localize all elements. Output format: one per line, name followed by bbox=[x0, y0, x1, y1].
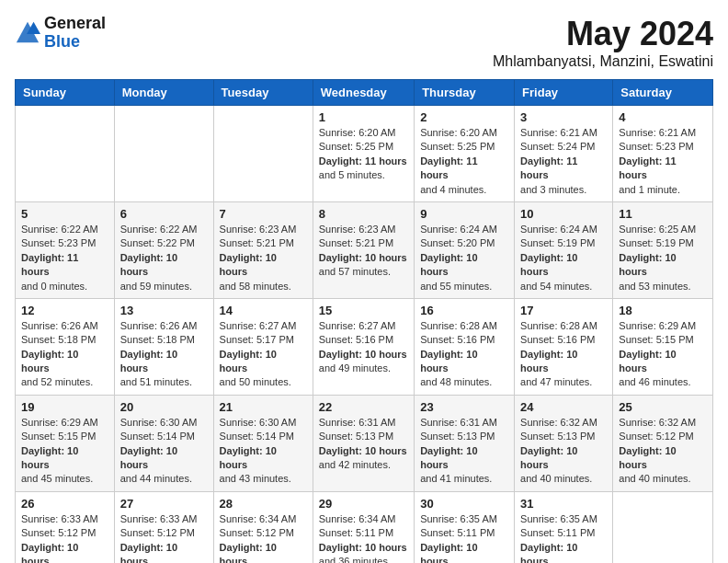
header-sunday: Sunday bbox=[16, 80, 115, 106]
day-cell: 16Sunrise: 6:28 AMSunset: 5:16 PMDayligh… bbox=[415, 298, 515, 395]
header-tuesday: Tuesday bbox=[213, 80, 313, 106]
day-number: 8 bbox=[319, 207, 408, 221]
title-block: May 2024 Mhlambanyatsi, Manzini, Eswatin… bbox=[493, 15, 713, 70]
day-info: Sunrise: 6:34 AMSunset: 5:12 PMDaylight:… bbox=[220, 512, 307, 563]
day-number: 21 bbox=[220, 400, 307, 414]
day-cell: 23Sunrise: 6:31 AMSunset: 5:13 PMDayligh… bbox=[415, 395, 515, 491]
page-header: General Blue May 2024 Mhlambanyatsi, Man… bbox=[15, 15, 713, 70]
header-saturday: Saturday bbox=[613, 80, 713, 106]
day-number: 15 bbox=[319, 304, 408, 317]
day-number: 20 bbox=[120, 400, 208, 414]
day-number: 24 bbox=[520, 400, 607, 414]
day-cell: 8Sunrise: 6:23 AMSunset: 5:21 PMDaylight… bbox=[313, 201, 414, 298]
calendar-header-row: SundayMondayTuesdayWednesdayThursdayFrid… bbox=[16, 80, 713, 106]
day-number: 29 bbox=[319, 497, 408, 511]
day-info: Sunrise: 6:33 AMSunset: 5:12 PMDaylight:… bbox=[120, 512, 208, 563]
day-info: Sunrise: 6:22 AMSunset: 5:22 PMDaylight:… bbox=[120, 223, 208, 293]
day-cell: 17Sunrise: 6:28 AMSunset: 5:16 PMDayligh… bbox=[515, 298, 613, 395]
day-cell: 13Sunrise: 6:26 AMSunset: 5:18 PMDayligh… bbox=[114, 298, 213, 395]
day-number: 19 bbox=[21, 400, 108, 414]
day-number: 3 bbox=[520, 110, 607, 124]
day-info: Sunrise: 6:26 AMSunset: 5:18 PMDaylight:… bbox=[21, 319, 108, 390]
day-cell: 19Sunrise: 6:29 AMSunset: 5:15 PMDayligh… bbox=[16, 395, 115, 491]
day-info: Sunrise: 6:24 AMSunset: 5:19 PMDaylight:… bbox=[520, 223, 607, 293]
day-number: 7 bbox=[220, 207, 307, 221]
day-info: Sunrise: 6:30 AMSunset: 5:14 PMDaylight:… bbox=[220, 416, 307, 487]
week-row-1: 1Sunrise: 6:20 AMSunset: 5:25 PMDaylight… bbox=[16, 106, 713, 202]
day-cell: 26Sunrise: 6:33 AMSunset: 5:12 PMDayligh… bbox=[16, 491, 115, 563]
day-cell: 6Sunrise: 6:22 AMSunset: 5:22 PMDaylight… bbox=[114, 201, 213, 298]
day-cell: 31Sunrise: 6:35 AMSunset: 5:11 PMDayligh… bbox=[515, 491, 613, 563]
week-row-4: 19Sunrise: 6:29 AMSunset: 5:15 PMDayligh… bbox=[16, 395, 713, 491]
location-title: Mhlambanyatsi, Manzini, Eswatini bbox=[493, 53, 713, 70]
day-cell: 10Sunrise: 6:24 AMSunset: 5:19 PMDayligh… bbox=[515, 201, 613, 298]
day-info: Sunrise: 6:32 AMSunset: 5:12 PMDaylight:… bbox=[619, 416, 707, 487]
day-number: 27 bbox=[120, 497, 208, 511]
day-cell bbox=[613, 491, 713, 563]
day-cell: 18Sunrise: 6:29 AMSunset: 5:15 PMDayligh… bbox=[613, 298, 713, 395]
day-cell: 3Sunrise: 6:21 AMSunset: 5:24 PMDaylight… bbox=[515, 106, 613, 202]
day-number: 26 bbox=[21, 497, 108, 511]
day-info: Sunrise: 6:21 AMSunset: 5:23 PMDaylight:… bbox=[619, 126, 707, 197]
day-info: Sunrise: 6:35 AMSunset: 5:11 PMDaylight:… bbox=[420, 512, 508, 563]
day-cell: 27Sunrise: 6:33 AMSunset: 5:12 PMDayligh… bbox=[114, 491, 213, 563]
day-info: Sunrise: 6:29 AMSunset: 5:15 PMDaylight:… bbox=[619, 319, 707, 390]
day-cell: 22Sunrise: 6:31 AMSunset: 5:13 PMDayligh… bbox=[313, 395, 414, 491]
day-info: Sunrise: 6:22 AMSunset: 5:23 PMDaylight:… bbox=[21, 223, 108, 293]
day-cell: 29Sunrise: 6:34 AMSunset: 5:11 PMDayligh… bbox=[313, 491, 414, 563]
day-cell: 1Sunrise: 6:20 AMSunset: 5:25 PMDaylight… bbox=[313, 106, 414, 202]
day-info: Sunrise: 6:23 AMSunset: 5:21 PMDaylight:… bbox=[220, 223, 307, 293]
day-cell bbox=[213, 106, 313, 202]
day-info: Sunrise: 6:35 AMSunset: 5:11 PMDaylight:… bbox=[520, 512, 607, 563]
week-row-3: 12Sunrise: 6:26 AMSunset: 5:18 PMDayligh… bbox=[16, 298, 713, 395]
week-row-5: 26Sunrise: 6:33 AMSunset: 5:12 PMDayligh… bbox=[16, 491, 713, 563]
day-info: Sunrise: 6:20 AMSunset: 5:25 PMDaylight:… bbox=[319, 126, 408, 183]
day-number: 16 bbox=[420, 304, 508, 317]
logo: General Blue bbox=[15, 15, 106, 52]
day-info: Sunrise: 6:28 AMSunset: 5:16 PMDaylight:… bbox=[520, 319, 607, 390]
logo-general: General bbox=[44, 15, 106, 33]
day-number: 1 bbox=[319, 110, 408, 124]
day-number: 2 bbox=[420, 110, 508, 124]
day-number: 13 bbox=[120, 304, 208, 317]
day-cell: 21Sunrise: 6:30 AMSunset: 5:14 PMDayligh… bbox=[213, 395, 313, 491]
day-cell: 9Sunrise: 6:24 AMSunset: 5:20 PMDaylight… bbox=[415, 201, 515, 298]
day-number: 5 bbox=[21, 207, 108, 221]
day-info: Sunrise: 6:26 AMSunset: 5:18 PMDaylight:… bbox=[120, 319, 208, 390]
day-info: Sunrise: 6:34 AMSunset: 5:11 PMDaylight:… bbox=[319, 512, 408, 563]
day-number: 11 bbox=[619, 207, 707, 221]
day-info: Sunrise: 6:32 AMSunset: 5:13 PMDaylight:… bbox=[520, 416, 607, 487]
day-number: 10 bbox=[520, 207, 607, 221]
day-cell: 5Sunrise: 6:22 AMSunset: 5:23 PMDaylight… bbox=[16, 201, 115, 298]
day-number: 6 bbox=[120, 207, 208, 221]
day-cell: 2Sunrise: 6:20 AMSunset: 5:25 PMDaylight… bbox=[415, 106, 515, 202]
day-number: 22 bbox=[319, 400, 408, 414]
day-cell: 4Sunrise: 6:21 AMSunset: 5:23 PMDaylight… bbox=[613, 106, 713, 202]
day-info: Sunrise: 6:23 AMSunset: 5:21 PMDaylight:… bbox=[319, 223, 408, 280]
day-number: 31 bbox=[520, 497, 607, 511]
day-info: Sunrise: 6:25 AMSunset: 5:19 PMDaylight:… bbox=[619, 223, 707, 293]
day-info: Sunrise: 6:31 AMSunset: 5:13 PMDaylight:… bbox=[420, 416, 508, 487]
day-info: Sunrise: 6:31 AMSunset: 5:13 PMDaylight:… bbox=[319, 416, 408, 473]
day-number: 25 bbox=[619, 400, 707, 414]
day-info: Sunrise: 6:28 AMSunset: 5:16 PMDaylight:… bbox=[420, 319, 508, 390]
header-monday: Monday bbox=[114, 80, 213, 106]
header-wednesday: Wednesday bbox=[313, 80, 414, 106]
day-info: Sunrise: 6:27 AMSunset: 5:16 PMDaylight:… bbox=[319, 319, 408, 376]
day-number: 23 bbox=[420, 400, 508, 414]
day-cell: 7Sunrise: 6:23 AMSunset: 5:21 PMDaylight… bbox=[213, 201, 313, 298]
week-row-2: 5Sunrise: 6:22 AMSunset: 5:23 PMDaylight… bbox=[16, 201, 713, 298]
day-number: 30 bbox=[420, 497, 508, 511]
day-cell: 30Sunrise: 6:35 AMSunset: 5:11 PMDayligh… bbox=[415, 491, 515, 563]
day-info: Sunrise: 6:20 AMSunset: 5:25 PMDaylight:… bbox=[420, 126, 508, 197]
day-info: Sunrise: 6:27 AMSunset: 5:17 PMDaylight:… bbox=[220, 319, 307, 390]
day-number: 12 bbox=[21, 304, 108, 317]
day-number: 14 bbox=[220, 304, 307, 317]
day-number: 18 bbox=[619, 304, 707, 317]
day-cell: 20Sunrise: 6:30 AMSunset: 5:14 PMDayligh… bbox=[114, 395, 213, 491]
day-cell: 12Sunrise: 6:26 AMSunset: 5:18 PMDayligh… bbox=[16, 298, 115, 395]
day-cell: 15Sunrise: 6:27 AMSunset: 5:16 PMDayligh… bbox=[313, 298, 414, 395]
logo-icon bbox=[15, 20, 40, 46]
day-cell: 25Sunrise: 6:32 AMSunset: 5:12 PMDayligh… bbox=[613, 395, 713, 491]
day-number: 9 bbox=[420, 207, 508, 221]
